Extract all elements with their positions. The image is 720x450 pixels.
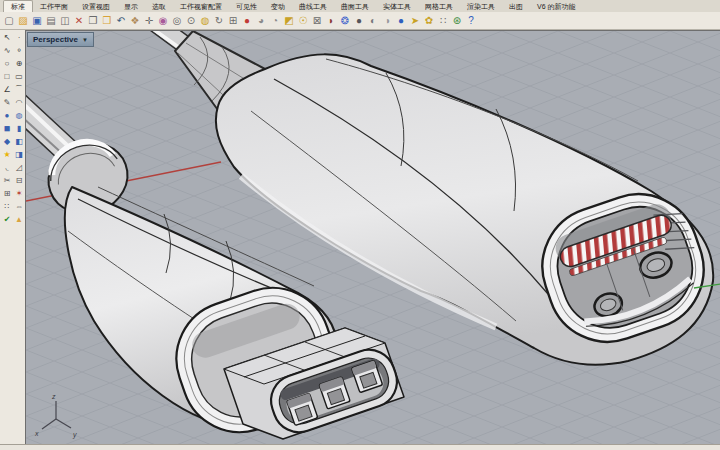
check-icon[interactable]: ✔ [1, 214, 13, 227]
history-icon[interactable]: ◔ [268, 14, 282, 28]
undo-icon[interactable]: ↶ [114, 14, 128, 28]
save-icon[interactable]: ▣ [30, 14, 44, 28]
circle-icon[interactable]: ○ [1, 58, 13, 71]
tab-curve-tools[interactable]: 曲线工具 [292, 1, 334, 12]
rhino-app-window: 标准工作平面设置视图显示选取工作视窗配置可见性变动曲线工具曲面工具实体工具网格工… [0, 0, 720, 450]
gnomon-x-label: x [34, 430, 39, 437]
cylinder-icon[interactable]: ▮ [13, 123, 25, 136]
display-wireframe-icon[interactable]: ● [352, 14, 366, 28]
tab-solid-tools[interactable]: 实体工具 [376, 1, 418, 12]
tab-mesh-tools[interactable]: 网格工具 [418, 1, 460, 12]
copy-icon[interactable]: ❐ [86, 14, 100, 28]
gnomon-y-label: y [72, 431, 77, 439]
delete-icon[interactable]: ✕ [72, 14, 86, 28]
array-icon[interactable]: ∷ [1, 201, 13, 214]
tab-drafting[interactable]: 出图 [502, 1, 530, 12]
viewport-title: Perspective [33, 35, 78, 44]
tab-select[interactable]: 选取 [145, 1, 173, 12]
move-icon[interactable]: ✛ [142, 14, 156, 28]
zoom-selected-icon[interactable]: ◍ [198, 14, 212, 28]
zoom-window-icon[interactable]: ◎ [170, 14, 184, 28]
rectangle-icon[interactable]: □ [1, 71, 13, 84]
cone-icon[interactable]: ▲ [13, 214, 25, 227]
curve-icon[interactable]: ∿ [1, 45, 13, 58]
viewport-layout-icon[interactable]: ⊞ [226, 14, 240, 28]
select-filter-icon[interactable]: ➤ [408, 14, 422, 28]
sketch-icon[interactable]: ✎ [1, 97, 13, 110]
print-icon[interactable]: ▤ [44, 14, 58, 28]
flash-icon[interactable]: ★ [1, 149, 13, 162]
trim-icon[interactable]: ✂ [1, 175, 13, 188]
sphere-icon[interactable]: ● [1, 110, 13, 123]
point-icon[interactable]: · [13, 32, 25, 45]
color-wheel-icon[interactable]: ❂ [338, 14, 352, 28]
rounded-rect-icon[interactable]: ▭ [13, 71, 25, 84]
paste-icon[interactable]: ❒ [100, 14, 114, 28]
standard-toolbar: ▢▨▣▤◫✕❐❒↶❖✛◉◎⊙◍↻⊞●◕◔◩☉⊠◗❂●◐◑●➤✿∷⊛? [0, 12, 720, 30]
tab-transform[interactable]: 变动 [264, 1, 292, 12]
status-strip [0, 444, 720, 450]
viewport-canvas[interactable]: z x y [26, 31, 720, 446]
help-icon[interactable]: ? [464, 14, 478, 28]
display-ghosted-icon[interactable]: ◐ [366, 14, 380, 28]
chevron-down-icon: ▼ [82, 37, 88, 43]
rotate-view-icon[interactable]: ↻ [212, 14, 226, 28]
offset-icon[interactable]: ◠ [13, 97, 25, 110]
shaded-mode-icon[interactable]: ◗ [324, 14, 338, 28]
zoom-extents-icon[interactable]: ⊙ [184, 14, 198, 28]
display-xray-icon[interactable]: ◑ [380, 14, 394, 28]
viewport-title-tab[interactable]: Perspective ▼ [27, 32, 94, 47]
main-tool-sidebar: ↖·∿⚬○⊕□▭∠⌒✎◠●◍◼▮◆◧★◨◟◿✂⊟⊞✶∷⇔✔▲ [0, 30, 26, 445]
named-view-icon[interactable]: ∷ [436, 14, 450, 28]
join-icon[interactable]: ⊞ [1, 188, 13, 201]
tab-standard[interactable]: 标准 [3, 0, 33, 12]
polyline-icon[interactable]: ∠ [1, 84, 13, 97]
control-point-curve-icon[interactable]: ⚬ [13, 45, 25, 58]
export-image-icon[interactable]: ◫ [58, 14, 72, 28]
pan-hand-icon[interactable]: ❖ [128, 14, 142, 28]
loft-icon[interactable]: ◧ [13, 136, 25, 149]
new-document-icon[interactable]: ▢ [2, 14, 16, 28]
pointer-icon[interactable]: ↖ [1, 32, 13, 45]
zoom-icon[interactable]: ◉ [156, 14, 170, 28]
mirror-icon[interactable]: ⇔ [13, 201, 25, 214]
extrude-icon[interactable]: ◆ [1, 136, 13, 149]
tab-visibility[interactable]: 可见性 [229, 1, 264, 12]
display-rendered-icon[interactable]: ● [394, 14, 408, 28]
tab-cplane[interactable]: 工作平面 [33, 1, 75, 12]
box-icon[interactable]: ◼ [1, 123, 13, 136]
render-icon[interactable]: ● [240, 14, 254, 28]
tab-render-tools[interactable]: 渲染工具 [460, 1, 502, 12]
tab-v6-new[interactable]: V6 的新功能 [530, 1, 583, 12]
tab-set-view[interactable]: 设置视图 [75, 1, 117, 12]
split-icon[interactable]: ⊟ [13, 175, 25, 188]
fillet-icon[interactable]: ◟ [1, 162, 13, 175]
tab-surface-tools[interactable]: 曲面工具 [334, 1, 376, 12]
open-file-icon[interactable]: ▨ [16, 14, 30, 28]
lamp-icon[interactable]: ☉ [296, 14, 310, 28]
boolean-icon[interactable]: ◨ [13, 149, 25, 162]
arc-icon[interactable]: ⌒ [13, 84, 25, 97]
ellipsoid-icon[interactable]: ◍ [13, 110, 25, 123]
render-preview-icon[interactable]: ◕ [254, 14, 268, 28]
explode-icon[interactable]: ✶ [13, 188, 25, 201]
lock-icon[interactable]: ⊠ [310, 14, 324, 28]
gnomon-z-label: z [51, 393, 56, 400]
tab-viewport-layout[interactable]: 工作视窗配置 [173, 1, 229, 12]
world-globe-icon[interactable]: ⊛ [450, 14, 464, 28]
tab-display[interactable]: 显示 [117, 1, 145, 12]
perspective-viewport[interactable]: Perspective ▼ [25, 30, 720, 446]
options-icon[interactable]: ✿ [422, 14, 436, 28]
isolate-icon[interactable]: ◩ [282, 14, 296, 28]
compass-icon[interactable]: ⊕ [13, 58, 25, 71]
chamfer-icon[interactable]: ◿ [13, 162, 25, 175]
